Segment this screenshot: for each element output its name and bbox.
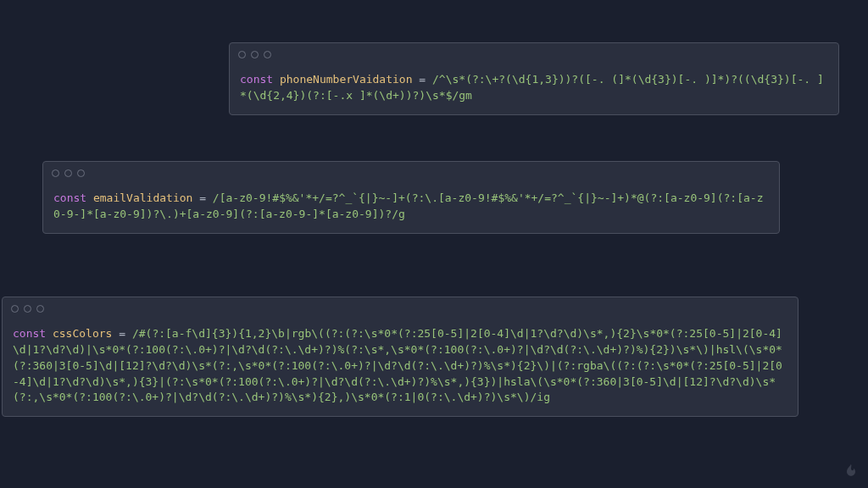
variable-name: phoneNumberVaidation [280, 73, 413, 86]
code-body: const phoneNumberVaidation = /^\s*(?:\+?… [230, 65, 838, 114]
code-window-csscolors: const cssColors = /#(?:[a-f\d]{3}){1,2}\… [2, 297, 798, 417]
minimize-icon[interactable] [64, 169, 72, 177]
code-body: const emailValidation = /[a-z0-9!#$%&'*+… [43, 184, 779, 233]
maximize-icon[interactable] [77, 169, 85, 177]
code-window-phone: const phoneNumberVaidation = /^\s*(?:\+?… [229, 42, 839, 115]
window-titlebar[interactable] [230, 43, 838, 65]
keyword-const: const [53, 191, 86, 204]
flame-icon [843, 461, 860, 481]
variable-name: emailValidation [93, 191, 192, 204]
window-titlebar[interactable] [3, 297, 798, 319]
keyword-const: const [240, 73, 273, 86]
minimize-icon[interactable] [24, 305, 31, 313]
assign-op: = [112, 327, 131, 340]
window-titlebar[interactable] [43, 162, 779, 184]
code-body: const cssColors = /#(?:[a-f\d]{3}){1,2}\… [3, 319, 798, 416]
maximize-icon[interactable] [36, 305, 44, 313]
close-icon[interactable] [238, 51, 246, 58]
code-window-email: const emailValidation = /[a-z0-9!#$%&'*+… [42, 161, 780, 234]
keyword-const: const [13, 327, 46, 340]
assign-op: = [413, 73, 432, 86]
variable-name: cssColors [53, 327, 112, 340]
close-icon[interactable] [52, 169, 59, 177]
assign-op: = [192, 191, 212, 204]
close-icon[interactable] [11, 305, 19, 313]
minimize-icon[interactable] [251, 51, 259, 58]
maximize-icon[interactable] [264, 51, 271, 58]
